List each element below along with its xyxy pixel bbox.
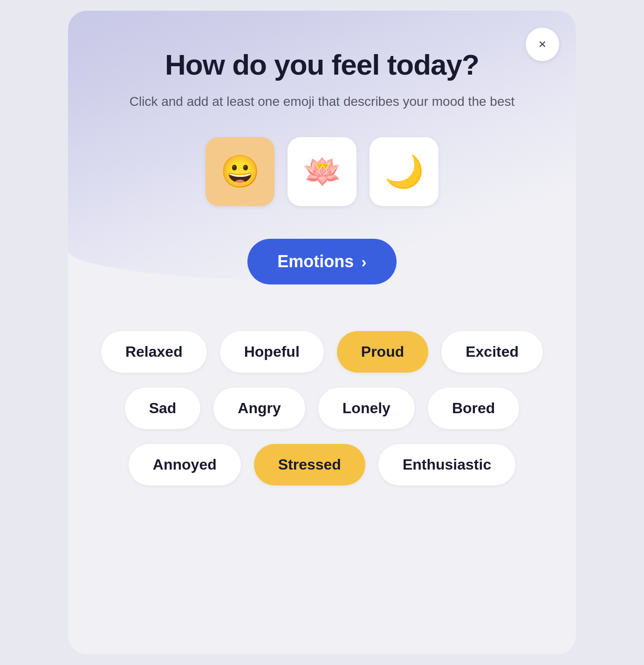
emotions-section: Relaxed Hopeful Proud Excited Sad Angry … <box>68 331 576 485</box>
emotion-chip-angry[interactable]: Angry <box>213 388 305 429</box>
mood-modal: × How do you feel today? Click and add a… <box>68 11 576 654</box>
emotion-chip-excited[interactable]: Excited <box>441 331 543 373</box>
emotion-chip-enthusiastic[interactable]: Enthusiastic <box>378 444 515 485</box>
emotion-chip-hopeful[interactable]: Hopeful <box>220 331 324 373</box>
chevron-right-icon: › <box>361 253 366 271</box>
page-title: How do you feel today? <box>165 48 479 81</box>
emotions-button-label: Emotions <box>277 252 354 271</box>
emotion-chip-proud[interactable]: Proud <box>337 331 428 373</box>
emotion-row-2: Sad Angry Lonely Bored <box>125 388 520 429</box>
emoji-card-crescent[interactable]: 🌙 <box>370 137 438 206</box>
emoji-card-smile[interactable]: 😀 <box>206 137 274 206</box>
close-button[interactable]: × <box>526 28 559 61</box>
emoji-lotus-icon: 🪷 <box>302 153 342 190</box>
emoji-smile-icon: 😀 <box>220 153 260 190</box>
emotion-chip-lonely[interactable]: Lonely <box>318 388 415 429</box>
emoji-crescent-icon: 🌙 <box>384 153 424 190</box>
emotion-chip-relaxed[interactable]: Relaxed <box>101 331 207 373</box>
emotion-chip-stressed[interactable]: Stressed <box>254 444 365 485</box>
emotion-chip-annoyed[interactable]: Annoyed <box>129 444 241 485</box>
close-icon: × <box>539 37 546 52</box>
emotions-button[interactable]: Emotions › <box>247 239 396 284</box>
emotion-chip-bored[interactable]: Bored <box>428 388 519 429</box>
modal-content: How do you feel today? Click and add at … <box>68 11 576 485</box>
emoji-card-lotus[interactable]: 🪷 <box>288 137 356 206</box>
emoji-selection-row: 😀 🪷 🌙 <box>206 137 438 206</box>
page-subtitle: Click and add at least one emoji that de… <box>130 94 514 109</box>
emotion-chip-sad[interactable]: Sad <box>125 388 201 429</box>
emotion-row-1: Relaxed Hopeful Proud Excited <box>101 331 543 373</box>
emotion-row-3: Annoyed Stressed Enthusiastic <box>129 444 515 485</box>
